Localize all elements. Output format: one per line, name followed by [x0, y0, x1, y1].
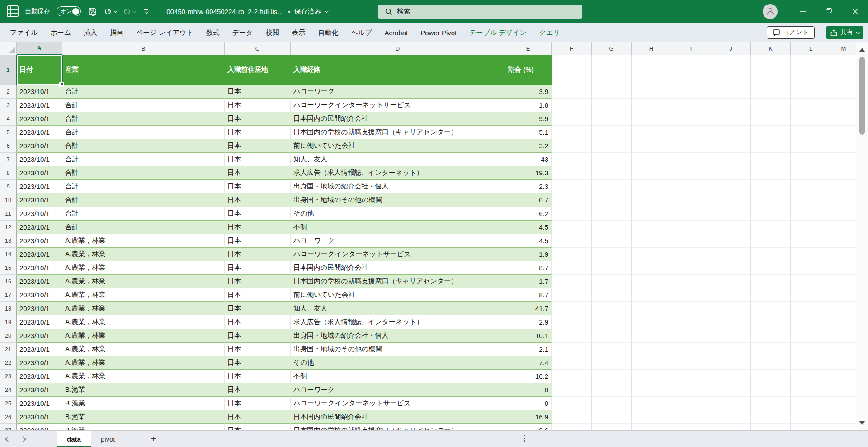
cell-F9[interactable] [552, 180, 592, 193]
cell-G17[interactable] [592, 288, 632, 302]
cell-M14[interactable] [831, 248, 856, 261]
cell-L19[interactable] [791, 315, 831, 329]
ribbon-tab-ホーム[interactable]: ホーム [44, 23, 77, 42]
row-header-16[interactable]: 16 [0, 275, 17, 288]
row-header-10[interactable]: 10 [0, 193, 17, 207]
cell-F2[interactable] [552, 85, 592, 99]
cell-G6[interactable] [592, 139, 632, 153]
cell-M27[interactable] [831, 424, 856, 430]
cell-D15[interactable]: 日本国内の民間紹介会社 [291, 261, 505, 275]
cell-C7[interactable]: 日本 [225, 153, 291, 166]
cell-E6[interactable]: 3.2 [505, 139, 552, 153]
cell-C9[interactable]: 日本 [225, 180, 291, 193]
cell-A13[interactable]: 2023/10/1 [17, 234, 62, 248]
cell-L24[interactable] [791, 383, 831, 397]
cell-G8[interactable] [592, 166, 632, 180]
cell-D6[interactable]: 前に働いていた会社 [291, 139, 505, 153]
cell-I25[interactable] [671, 397, 711, 410]
vertical-scrollbar-thumb[interactable] [859, 57, 865, 135]
cell-E21[interactable]: 2.1 [505, 343, 552, 356]
cell-B2[interactable]: 合計 [62, 85, 225, 99]
cell-D19[interactable]: 求人広告（求人情報誌、インターネット） [291, 315, 505, 329]
cell-C5[interactable]: 日本 [225, 126, 291, 139]
save-icon[interactable] [87, 6, 98, 17]
ribbon-tab-ヘルプ[interactable]: ヘルプ [344, 23, 378, 42]
cell-D22[interactable]: その他 [291, 356, 505, 370]
ribbon-tab-ファイル[interactable]: ファイル [4, 23, 44, 42]
cell-H13[interactable] [632, 234, 671, 248]
cell-A25[interactable]: 2023/10/1 [17, 397, 62, 410]
cell-C19[interactable]: 日本 [225, 315, 291, 329]
cell-H17[interactable] [632, 288, 671, 302]
ribbon-tab-数式[interactable]: 数式 [200, 23, 226, 42]
cell-K19[interactable] [751, 315, 791, 329]
cell-D4[interactable]: 日本国内の民間紹介会社 [291, 112, 505, 126]
cell-F22[interactable] [552, 356, 592, 370]
cell-L3[interactable] [791, 99, 831, 112]
cell-G9[interactable] [592, 180, 632, 193]
cell-K24[interactable] [751, 383, 791, 397]
cell-K3[interactable] [751, 99, 791, 112]
cell-E12[interactable]: 4.5 [505, 221, 552, 234]
cell-B27[interactable]: B.漁業 [62, 424, 225, 430]
cell-A3[interactable]: 2023/10/1 [17, 99, 62, 112]
cell-E16[interactable]: 1.7 [505, 275, 552, 288]
cell-C26[interactable]: 日本 [225, 410, 291, 424]
row-header-6[interactable]: 6 [0, 139, 17, 153]
cell-C20[interactable]: 日本 [225, 329, 291, 343]
redo-button[interactable]: ↻ [123, 7, 136, 16]
cell-M3[interactable] [831, 99, 856, 112]
cell-G7[interactable] [592, 153, 632, 166]
cell-I24[interactable] [671, 383, 711, 397]
cell-B20[interactable]: A.農業，林業 [62, 329, 225, 343]
cell-H18[interactable] [632, 302, 671, 315]
cell-I23[interactable] [671, 370, 711, 383]
cell-F19[interactable] [552, 315, 592, 329]
cell-E4[interactable]: 9.9 [505, 112, 552, 126]
cell-D27[interactable]: 日本国内の学校の就職支援窓口（キャリアセンター） [291, 424, 505, 430]
cell-A24[interactable]: 2023/10/1 [17, 383, 62, 397]
cell-K26[interactable] [751, 410, 791, 424]
cell-J12[interactable] [711, 221, 751, 234]
column-header-A[interactable]: A [17, 42, 62, 55]
cell-K25[interactable] [751, 397, 791, 410]
cell-D21[interactable]: 出身国・地域のその他の機関 [291, 343, 505, 356]
cell-B1[interactable]: 産業 [62, 55, 225, 85]
row-header-11[interactable]: 11 [0, 207, 17, 221]
cell-F20[interactable] [552, 329, 592, 343]
cell-G23[interactable] [592, 370, 632, 383]
cell-C25[interactable]: 日本 [225, 397, 291, 410]
cell-L2[interactable] [791, 85, 831, 99]
cell-H21[interactable] [632, 343, 671, 356]
cell-M12[interactable] [831, 221, 856, 234]
cell-B21[interactable]: A.農業，林業 [62, 343, 225, 356]
cell-J17[interactable] [711, 288, 751, 302]
cell-L27[interactable] [791, 424, 831, 430]
row-header-15[interactable]: 15 [0, 261, 17, 275]
cell-H15[interactable] [632, 261, 671, 275]
column-header-I[interactable]: I [671, 42, 711, 55]
row-header-24[interactable]: 24 [0, 383, 17, 397]
cell-J15[interactable] [711, 261, 751, 275]
cell-E22[interactable]: 7.4 [505, 356, 552, 370]
row-header-2[interactable]: 2 [0, 85, 17, 99]
scroll-up-button[interactable] [856, 44, 868, 55]
cell-C27[interactable]: 日本 [225, 424, 291, 430]
row-header-7[interactable]: 7 [0, 153, 17, 166]
cell-G16[interactable] [592, 275, 632, 288]
cell-B15[interactable]: A.農業，林業 [62, 261, 225, 275]
cell-M2[interactable] [831, 85, 856, 99]
cell-F5[interactable] [552, 126, 592, 139]
cell-E10[interactable]: 0.7 [505, 193, 552, 207]
cell-M16[interactable] [831, 275, 856, 288]
cell-A10[interactable]: 2023/10/1 [17, 193, 62, 207]
row-header-23[interactable]: 23 [0, 370, 17, 383]
cell-L4[interactable] [791, 112, 831, 126]
cell-L7[interactable] [791, 153, 831, 166]
cell-G1[interactable] [592, 55, 632, 85]
cell-C16[interactable]: 日本 [225, 275, 291, 288]
cell-M9[interactable] [831, 180, 856, 193]
cell-A16[interactable]: 2023/10/1 [17, 275, 62, 288]
ribbon-tab-描画[interactable]: 描画 [104, 23, 130, 42]
cell-L26[interactable] [791, 410, 831, 424]
